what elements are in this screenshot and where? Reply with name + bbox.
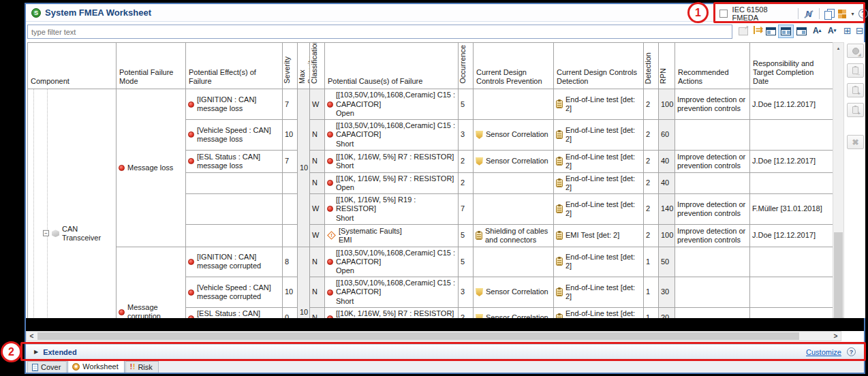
- cell-classification[interactable]: W: [310, 89, 325, 120]
- cell-rpn[interactable]: 100: [659, 224, 675, 247]
- tree-expander-icon[interactable]: −: [43, 230, 49, 236]
- cell-classification[interactable]: N: [310, 120, 325, 151]
- add-action-button[interactable]: [847, 83, 864, 97]
- font-decrease-icon[interactable]: A▾: [828, 26, 836, 35]
- cell-prevention[interactable]: [474, 89, 554, 120]
- cell-rpn[interactable]: 60: [659, 120, 675, 151]
- cell-severity[interactable]: 0: [283, 307, 298, 318]
- cell-detection[interactable]: 2: [644, 194, 659, 225]
- cell-rpn[interactable]: 40: [659, 150, 675, 172]
- cell-rpn[interactable]: 20: [659, 307, 675, 318]
- cell-severity[interactable]: 7: [283, 150, 298, 172]
- scroll-left-button[interactable]: <: [27, 332, 37, 341]
- cell-classification[interactable]: W: [310, 194, 325, 225]
- cell-cause[interactable]: [[10K, 1/16W, 5%] R7 : RESISTOR] Short: [325, 150, 459, 172]
- cell-prevention[interactable]: [474, 194, 554, 225]
- cell-detection[interactable]: 2: [644, 150, 659, 172]
- extended-help-icon[interactable]: ?: [847, 347, 856, 356]
- cell-cause[interactable]: [[103,50V,10%,1608,Ceramic] C15 : CAPACI…: [325, 89, 459, 120]
- cell-rpn[interactable]: 50: [659, 247, 675, 277]
- cell-effect[interactable]: [186, 224, 283, 247]
- cell-detection-control[interactable]: End-of-Line test [det: 2]: [554, 120, 644, 151]
- cell-detection-control[interactable]: EMI Test [det: 2]: [554, 224, 644, 247]
- cell-detection-control[interactable]: End-of-Line test [det: 2]: [554, 194, 644, 225]
- tab-worksheet[interactable]: Worksheet: [67, 360, 124, 373]
- cell-occurrence[interactable]: 3: [459, 277, 474, 308]
- cell-prevention[interactable]: [474, 247, 554, 277]
- cell-cause[interactable]: [[103,50V,10%,1608,Ceramic] C15 : CAPACI…: [325, 247, 459, 277]
- cell-failure-mode[interactable]: Message loss: [117, 89, 186, 247]
- cell-recommended-action[interactable]: [675, 247, 750, 277]
- cell-occurrence[interactable]: 5: [459, 247, 474, 277]
- cell-severity[interactable]: 7: [283, 89, 298, 120]
- cell-detection-control[interactable]: End-of-Line test [det: 2]: [554, 307, 644, 318]
- cell-detection-control[interactable]: End-of-Line test [det: 2]: [554, 89, 644, 120]
- cell-cause[interactable]: [[10K, 1/16W, 5%] R19 : RESISTOR] Short: [325, 194, 459, 225]
- cell-cause[interactable]: [[10K, 1/16W, 5%] R7 : RESISTOR] Short: [325, 307, 459, 318]
- cell-detection-control[interactable]: End-of-Line test [det: 2]: [554, 150, 644, 172]
- vertical-scroll-thumb[interactable]: [834, 232, 843, 318]
- cell-occurrence[interactable]: 5: [459, 89, 474, 120]
- table-view-right-icon[interactable]: [796, 27, 807, 35]
- cell-effect[interactable]: [IGNITION : CAN] message loss: [186, 89, 283, 120]
- cell-occurrence[interactable]: 7: [459, 194, 474, 225]
- scroll-up-button[interactable]: ▲: [833, 43, 843, 53]
- cell-responsibility[interactable]: J.Doe [12.12.2017]: [750, 89, 833, 120]
- table-horizontal-scrollbar[interactable]: < >: [26, 331, 841, 341]
- cell-detection-control[interactable]: End-of-Line test [det: 2]: [554, 277, 644, 308]
- cell-failure-mode[interactable]: Message corruption: [117, 247, 186, 318]
- cell-max-severity[interactable]: 10: [298, 89, 310, 247]
- cell-severity[interactable]: [283, 172, 298, 193]
- delete-button[interactable]: ✖: [847, 135, 864, 149]
- table-view-left-icon[interactable]: [766, 27, 776, 35]
- cell-prevention[interactable]: Sensor Correlation: [474, 120, 554, 151]
- cell-prevention[interactable]: Sensor Correlation: [474, 150, 554, 172]
- link-with-selection-icon[interactable]: ⇉: [754, 26, 763, 34]
- cell-occurrence[interactable]: 2: [459, 307, 474, 318]
- cell-cause[interactable]: [Systematic Faults] EMI: [325, 224, 459, 247]
- cell-recommended-action[interactable]: Improve detection or prevention controls: [675, 194, 750, 225]
- cell-classification[interactable]: N: [310, 172, 325, 193]
- cell-detection[interactable]: 2: [644, 120, 659, 151]
- scroll-right-button[interactable]: >: [831, 332, 841, 341]
- cell-responsibility[interactable]: [750, 172, 833, 193]
- cell-classification[interactable]: N: [310, 307, 325, 318]
- cell-classification[interactable]: N: [310, 277, 325, 308]
- cell-detection-control[interactable]: End-of-Line test [det: 2]: [554, 172, 644, 193]
- cell-recommended-action[interactable]: [675, 307, 750, 318]
- expand-all-icon[interactable]: ⊞: [843, 26, 852, 35]
- cell-prevention[interactable]: Shielding of cables and connectors: [474, 224, 554, 247]
- cell-detection[interactable]: 2: [644, 224, 659, 247]
- cell-responsibility[interactable]: [750, 120, 833, 151]
- cell-detection-control[interactable]: End-of-Line test [det: 2]: [554, 247, 644, 277]
- cell-effect[interactable]: [186, 194, 283, 225]
- view-layout-dropdown-icon[interactable]: ▾: [851, 11, 854, 17]
- cell-detection[interactable]: 1: [644, 277, 659, 308]
- cell-severity[interactable]: [283, 194, 298, 225]
- cell-detection[interactable]: 1: [644, 247, 659, 277]
- cell-responsibility[interactable]: J.Doe [12.12.2017]: [750, 150, 833, 172]
- cell-occurrence[interactable]: 3: [459, 120, 474, 151]
- filter-input[interactable]: [27, 25, 732, 39]
- view-layout-grid-icon[interactable]: [838, 10, 846, 18]
- fmeda-checkbox[interactable]: [719, 10, 728, 18]
- horizontal-scroll-thumb[interactable]: [37, 332, 799, 340]
- cell-classification[interactable]: N: [310, 247, 325, 277]
- cell-rpn[interactable]: 40: [659, 172, 675, 193]
- font-increase-icon[interactable]: A▴: [813, 26, 821, 35]
- cell-recommended-action[interactable]: Improve detection or prevention controls: [675, 89, 750, 120]
- cell-severity[interactable]: 8: [283, 247, 298, 277]
- cell-recommended-action[interactable]: [675, 277, 750, 308]
- tab-cover[interactable]: Cover: [27, 361, 67, 373]
- cell-component[interactable]: − CAN Transceiver: [28, 89, 117, 318]
- copy-icon[interactable]: [824, 9, 833, 18]
- cell-cause[interactable]: [[10K, 1/16W, 5%] R7 : RESISTOR] Open: [325, 172, 459, 193]
- add-control-button[interactable]: [847, 103, 864, 117]
- table-view-full-icon[interactable]: [779, 25, 793, 37]
- cell-occurrence[interactable]: 2: [459, 172, 474, 193]
- open-in-editor-icon[interactable]: [739, 27, 748, 35]
- cell-detection[interactable]: 2: [644, 172, 659, 193]
- goto-selection-button[interactable]: [847, 44, 864, 58]
- cell-severity[interactable]: 10: [283, 277, 298, 308]
- cell-severity[interactable]: [283, 224, 298, 247]
